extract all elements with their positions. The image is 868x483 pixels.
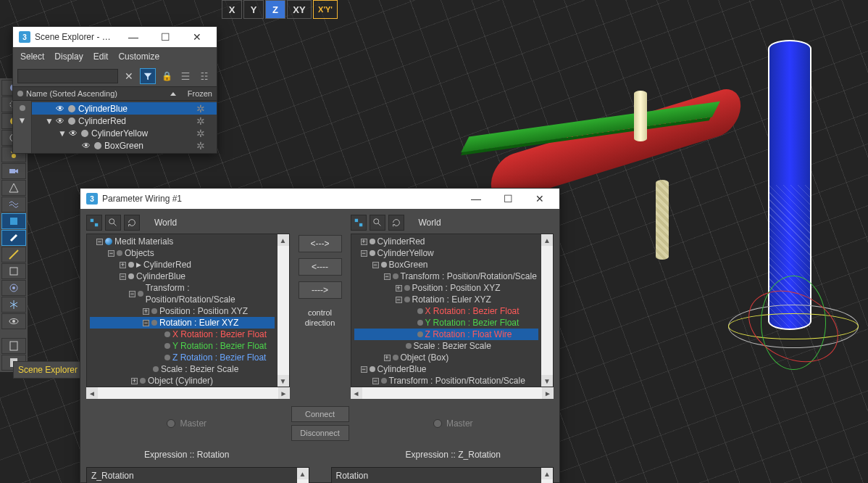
filter-selection-icon[interactable] [140,68,156,84]
expander-icon[interactable]: + [361,239,367,245]
tree-node[interactable]: −CylinderBlue [354,363,539,375]
expander-icon[interactable]: + [131,378,138,384]
both-direction-button[interactable]: <---> [299,235,342,252]
minimize-button[interactable]: — [462,189,490,209]
expander-icon[interactable]: + [143,308,149,315]
right-tree[interactable]: +CylinderRed−CylinderYellow−BoxGreen−Tra… [351,234,542,387]
menu-customize[interactable]: Customize [118,51,159,62]
tree-node[interactable]: −BoxGreen [354,259,539,271]
pane-tool-refresh-icon[interactable] [388,215,404,231]
tool-all[interactable] [1,338,26,354]
tree-node[interactable]: −Objects [90,247,275,259]
scene-explorer-tree[interactable]: 👁CylinderBlue✲▼👁CylinderRed✲▼👁CylinderYe… [32,101,217,153]
parameter-wiring-titlebar[interactable]: 3 Parameter Wiring #1 — ☐ ✕ [80,189,559,209]
expander-icon[interactable]: − [384,273,391,280]
col-frozen[interactable]: Frozen [176,89,212,98]
expander-icon[interactable]: − [96,239,103,245]
connect-button[interactable]: Connect [291,406,349,422]
tree-node[interactable]: −Rotation : Euler XYZ [90,317,275,329]
tool-visible[interactable] [1,313,26,329]
pane-tool-refresh-icon[interactable] [124,215,140,231]
tree-node[interactable]: −CylinderYellow [354,247,539,259]
tree-node[interactable]: Y Rotation : Bezier Float [90,340,275,352]
expander-icon[interactable]: + [120,262,126,268]
tree-node[interactable]: Scale : Bezier Scale [90,363,275,375]
frozen-icon[interactable]: ✲ [196,115,205,127]
tree-node[interactable]: −CylinderBlue [90,271,275,282]
scrollbar-vertical[interactable]: ▲▼ [297,468,309,483]
right-direction-button[interactable]: ----> [299,281,342,299]
tool-spacewarps[interactable] [1,197,26,212]
disconnect-button[interactable]: Disconnect [291,425,349,441]
menu-select[interactable]: Select [20,51,44,62]
visibility-icon[interactable]: 👁 [81,141,91,151]
expression-left-input[interactable]: Z_Rotation ▲▼ [86,467,309,483]
pane-tool-track-icon[interactable] [351,215,367,231]
scrollbar-vertical[interactable]: ▲▼ [277,234,289,387]
clear-search-icon[interactable]: ✕ [121,68,137,84]
expander-icon[interactable]: ▼ [45,116,52,126]
tree-node[interactable]: Z Rotation : Bezier Float [90,352,275,363]
tool-bone[interactable] [1,230,26,246]
scrollbar-horizontal[interactable]: ◄► [86,387,290,399]
pane-tool-find-icon[interactable] [105,215,121,231]
frozen-icon[interactable]: ✲ [196,103,205,115]
tree-node[interactable]: −Transform : Position/Rotation/Scale [354,271,539,282]
tree-row[interactable]: 👁BoxGreen✲ [32,139,217,152]
expander-icon[interactable]: − [372,378,379,384]
tool-xref[interactable] [1,263,26,279]
scrollbar-horizontal[interactable]: ◄► [351,387,554,399]
scrollbar-vertical[interactable]: ▲▼ [541,468,553,483]
tool-groups[interactable] [1,280,26,296]
right-master[interactable]: Master [353,406,554,441]
tree-node[interactable]: +▶CylinderRed [90,259,275,271]
tree-node[interactable]: −Transform : Position/Rotation/Scale [354,375,539,387]
tool-helpers[interactable] [1,180,26,196]
axis-y-button[interactable]: Y [243,0,264,19]
expander-icon[interactable]: − [108,250,114,257]
tree-node[interactable]: X Rotation : Bezier Float [354,305,539,317]
axis-x-button[interactable]: X [222,0,242,19]
minimize-button[interactable]: — [120,27,147,47]
tool-containers[interactable] [1,213,26,229]
frozen-icon[interactable]: ✲ [196,128,205,139]
scene-explorer-tab[interactable]: Scene Explorer [13,361,83,379]
tree-node[interactable]: −Rotation : Euler XYZ [354,294,539,305]
expander-icon[interactable]: ▼ [58,128,65,139]
maximize-button[interactable]: ☐ [151,27,179,47]
tree-node[interactable]: Z Rotation : Float Wire [354,329,539,340]
menu-edit[interactable]: Edit [93,51,109,62]
expander-icon[interactable]: − [396,297,402,303]
expander-icon[interactable]: − [129,291,135,297]
tree-node[interactable]: Scale : Bezier Scale [354,340,539,352]
search-input[interactable] [17,69,118,83]
expander-icon[interactable]: − [361,250,367,257]
axis-xy-button[interactable]: XY [287,0,312,19]
tree-node[interactable]: −Medit Materials [90,236,275,247]
visibility-icon[interactable]: 👁 [68,128,78,139]
tree-row[interactable]: 👁CylinderBlue✲ [32,102,217,115]
expander-icon[interactable]: − [143,320,149,326]
view-list-icon[interactable] [178,68,193,84]
tool-particles[interactable] [1,247,26,263]
axis-local-xy-button[interactable]: X'Y' [313,0,338,19]
tree-node[interactable]: +Position : Position XYZ [354,282,539,294]
expander-icon[interactable]: + [384,355,391,361]
scene-explorer-columns[interactable]: Name (Sorted Ascending) Frozen [13,86,217,101]
close-button[interactable]: ✕ [183,27,211,47]
axis-z-button[interactable]: Z [265,0,285,19]
tree-node[interactable]: +CylinderRed [354,236,539,247]
left-master[interactable]: Master [86,406,288,441]
expander-icon[interactable]: − [361,366,367,373]
tree-node[interactable]: Y Rotation : Bezier Float [354,317,539,329]
tree-node[interactable]: +Object (Box) [354,352,539,363]
expander-icon[interactable]: − [120,273,126,280]
expression-right-input[interactable]: Rotation ▲▼ [331,467,554,483]
col-name[interactable]: Name (Sorted Ascending) [26,89,117,98]
tool-cameras[interactable] [1,163,26,179]
tree-row[interactable]: ▼👁CylinderYellow✲ [32,127,217,139]
tree-node[interactable]: X Rotation : Bezier Float [90,329,275,340]
close-button[interactable]: ✕ [526,189,554,209]
pane-tool-track-icon[interactable] [86,215,102,231]
tree-node[interactable]: +Object (Cylinder) [90,375,275,387]
